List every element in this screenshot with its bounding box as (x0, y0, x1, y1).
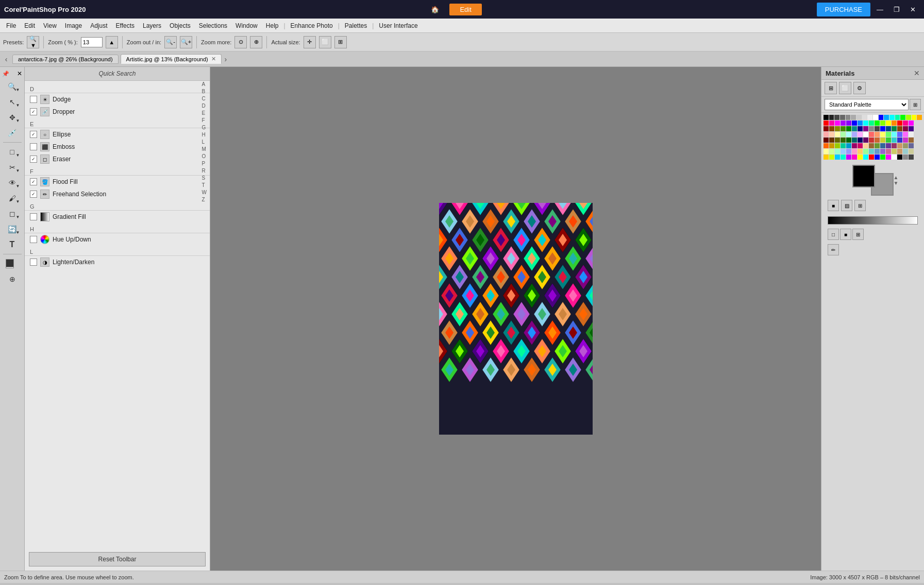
mat-tool-swatches[interactable]: ⊞ (825, 82, 837, 94)
color-swatch[interactable] (875, 154, 880, 160)
fit-btn[interactable]: ⊙ (234, 36, 247, 48)
center-btn[interactable]: ✛ (304, 36, 316, 48)
color-swatch[interactable] (863, 132, 868, 137)
color-swatch[interactable] (852, 143, 857, 148)
clone-tool-btn[interactable]: 🔄 ▼ (3, 222, 22, 236)
alpha-m[interactable]: M (201, 146, 208, 152)
text-tool-btn[interactable]: T (3, 237, 22, 252)
home-button[interactable]: 🏠 (421, 4, 449, 15)
color-swatch[interactable] (841, 143, 846, 148)
canvas-area[interactable] (210, 67, 821, 571)
tab-artistic[interactable]: Artistic.jpg @ 13% (Background) ✕ (121, 54, 222, 64)
color-swatch[interactable] (897, 132, 902, 137)
color-swatch[interactable] (909, 126, 914, 131)
menu-enhance-photo[interactable]: Enhance Photo (287, 20, 337, 31)
zoom-out-btn[interactable]: 🔍- (164, 36, 177, 48)
presets-dropdown-btn[interactable]: 🔍▼ (27, 36, 39, 48)
color-swatch[interactable] (909, 132, 914, 137)
color-swatch[interactable] (852, 121, 857, 126)
color-swatch[interactable] (858, 121, 863, 126)
color-swatch[interactable] (886, 121, 891, 126)
dropper-tool-btn[interactable]: 💉 (3, 126, 22, 140)
tool-row-dodge[interactable]: ☀ Dodge (25, 93, 210, 106)
tool-row-freehand[interactable]: ✏ Freehand Selection (25, 188, 210, 200)
color-swatch[interactable] (841, 137, 846, 143)
tab-antarctica[interactable]: antarctica-7.jpg @ 26% (Background) (12, 55, 119, 64)
mat-gradient-icon[interactable]: ▨ (841, 200, 852, 211)
color-swatch[interactable] (858, 154, 863, 160)
color-swatch[interactable] (892, 132, 897, 137)
gradient-fill-check[interactable] (30, 213, 37, 220)
color-swatch[interactable] (897, 126, 902, 131)
tool-row-gradient-fill[interactable]: Gradient Fill (25, 211, 210, 223)
menu-ui[interactable]: User Interface (375, 20, 422, 31)
tool-row-dropper[interactable]: 💉 Dropper (25, 106, 210, 118)
color-swatch[interactable] (846, 154, 851, 160)
purchase-button[interactable]: PURCHASE (817, 3, 870, 16)
alpha-b[interactable]: B (201, 88, 208, 95)
menu-edit[interactable]: Edit (20, 20, 39, 31)
alpha-e[interactable]: E (201, 110, 208, 116)
alpha-f[interactable]: F (201, 117, 208, 124)
alpha-s[interactable]: S (201, 175, 208, 181)
color-swatch[interactable] (897, 121, 902, 126)
color-swatch[interactable] (829, 143, 834, 148)
color-swatch[interactable] (863, 137, 868, 143)
close-button[interactable]: ✕ (906, 4, 920, 15)
alpha-o[interactable]: O (201, 153, 208, 160)
color-swatch[interactable] (852, 126, 857, 131)
color-swatch[interactable] (892, 154, 897, 160)
color-swatch[interactable] (892, 121, 897, 126)
color-swatch[interactable] (869, 143, 874, 148)
color-swatch[interactable] (880, 137, 885, 143)
color-swatch[interactable] (841, 126, 846, 131)
menu-effects[interactable]: Effects (112, 20, 139, 31)
brush-tool-btn[interactable]: 🖌 ▼ (3, 191, 22, 205)
color-swatch[interactable] (869, 137, 874, 143)
color-swatch[interactable] (841, 149, 846, 154)
tool-row-flood-fill[interactable]: 🪣 Flood Fill (25, 176, 210, 188)
color-swatch[interactable] (824, 154, 829, 160)
ellipse-check[interactable] (30, 131, 37, 138)
color-swatch[interactable] (903, 121, 908, 126)
color-swatch[interactable] (886, 154, 891, 160)
color-swatch[interactable] (824, 115, 829, 120)
color-swatch[interactable] (892, 126, 897, 131)
color-swatch[interactable] (824, 132, 829, 137)
menu-file[interactable]: File (2, 20, 20, 31)
color-swatch[interactable] (909, 154, 914, 160)
zoom-up-btn[interactable]: ▲ (106, 36, 118, 48)
alpha-r[interactable]: R (201, 167, 208, 174)
color-swatch[interactable] (903, 132, 908, 137)
color-swatch[interactable] (858, 149, 863, 154)
color-swatch[interactable] (846, 115, 851, 120)
color-swatch[interactable] (884, 115, 889, 120)
tool-row-hue[interactable]: Hue Up/Down (25, 233, 210, 246)
color-swatch[interactable] (867, 115, 872, 120)
color-swatch[interactable] (909, 137, 914, 143)
color-swatch[interactable] (856, 115, 862, 120)
mat-solid2-icon[interactable]: ■ (840, 229, 851, 240)
color-swatch[interactable] (880, 154, 885, 160)
color-swatch[interactable] (903, 126, 908, 131)
color-swatch[interactable] (886, 132, 891, 137)
tool-row-ellipse[interactable]: ○ Ellipse (25, 128, 210, 141)
actual-size-btn-zoom[interactable]: ⊕ (250, 36, 262, 48)
color-swatch[interactable] (880, 126, 885, 131)
menu-adjust[interactable]: Adjust (86, 20, 111, 31)
mat-tool-mixer[interactable]: ⬜ (839, 82, 851, 94)
color-swatch[interactable] (909, 121, 914, 126)
color-swatch[interactable] (834, 115, 839, 120)
color-swatch[interactable] (835, 132, 840, 137)
crop-tool-btn[interactable]: ✂ ▼ (3, 160, 22, 175)
zoom-tool-btn[interactable]: 🔍 ▼ (3, 79, 22, 94)
color-swatch[interactable] (835, 137, 840, 143)
materials-close-button[interactable]: ✕ (914, 69, 920, 77)
color-swatch[interactable] (869, 126, 874, 131)
color-swatch[interactable] (852, 149, 857, 154)
color-swatch[interactable] (903, 149, 908, 154)
color-swatch[interactable] (829, 132, 834, 137)
color-swatch[interactable] (863, 143, 868, 148)
color-swatch[interactable] (886, 137, 891, 143)
color-swatch[interactable] (846, 132, 851, 137)
